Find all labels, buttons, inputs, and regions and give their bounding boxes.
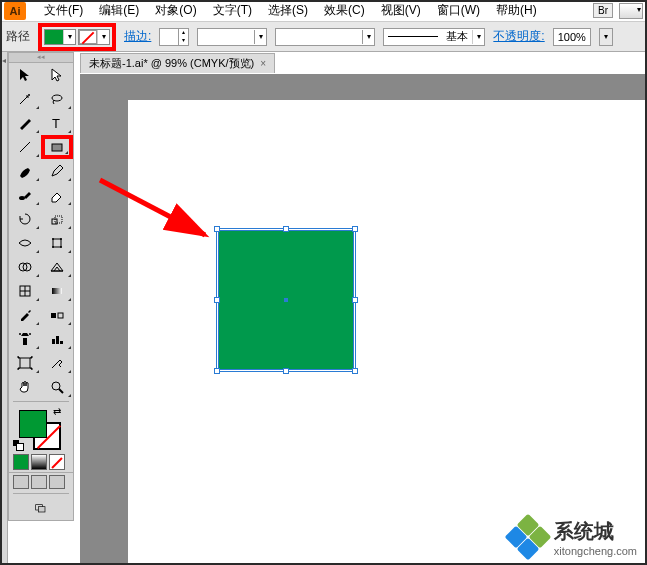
- close-tab-icon[interactable]: ×: [260, 58, 266, 69]
- opacity-input[interactable]: 100%: [553, 28, 591, 46]
- tools-panel: T ⇄: [8, 52, 74, 521]
- canvas-background[interactable]: [80, 74, 647, 565]
- stroke-color-button[interactable]: ▾: [78, 29, 110, 45]
- fill-stroke-controls-highlight: ▾ ▾: [38, 23, 116, 51]
- default-fill-stroke-icon[interactable]: [13, 440, 23, 450]
- fill-swatch-icon: [45, 30, 63, 44]
- screen-mode-full[interactable]: [49, 475, 65, 489]
- menu-view[interactable]: 视图(V): [373, 2, 429, 19]
- selection-center-icon: [284, 298, 288, 302]
- blob-brush-tool[interactable]: [9, 183, 41, 207]
- opacity-label[interactable]: 不透明度:: [493, 28, 544, 45]
- menu-object[interactable]: 对象(O): [147, 2, 204, 19]
- mesh-tool[interactable]: [9, 279, 41, 303]
- stroke-width-input[interactable]: ▴▾: [159, 28, 189, 46]
- symbol-sprayer-tool[interactable]: [9, 327, 41, 351]
- fill-color-button[interactable]: ▾: [44, 29, 76, 45]
- stroke-width-value: [160, 29, 178, 45]
- direct-selection-tool[interactable]: [41, 63, 73, 87]
- opacity-dropdown[interactable]: ▾: [599, 28, 613, 46]
- svg-rect-8: [53, 239, 61, 247]
- eyedropper-tool[interactable]: [9, 303, 41, 327]
- line-tool[interactable]: [9, 135, 41, 159]
- paintbrush-tool[interactable]: [9, 159, 41, 183]
- menu-file[interactable]: 文件(F): [36, 2, 91, 19]
- width-tool[interactable]: [9, 231, 41, 255]
- svg-rect-26: [60, 341, 63, 344]
- blend-tool[interactable]: [41, 303, 73, 327]
- resize-handle-top-right[interactable]: [352, 226, 358, 232]
- menu-text[interactable]: 文字(T): [205, 2, 260, 19]
- svg-rect-20: [58, 313, 63, 318]
- swap-fill-stroke-icon[interactable]: ⇄: [53, 406, 61, 417]
- resize-handle-bottom-center[interactable]: [283, 368, 289, 374]
- svg-point-23: [29, 333, 31, 335]
- panel-collapse-strip[interactable]: [0, 52, 8, 565]
- rectangle-tool[interactable]: [41, 135, 73, 159]
- color-mode-none[interactable]: [49, 454, 65, 470]
- menu-window[interactable]: 窗口(W): [429, 2, 488, 19]
- screen-mode-normal[interactable]: [13, 475, 29, 489]
- document-tab[interactable]: 未标题-1.ai* @ 99% (CMYK/预览) ×: [80, 53, 275, 73]
- brush-basic-label: 基本: [442, 29, 472, 44]
- menu-help[interactable]: 帮助(H): [488, 2, 545, 19]
- stroke-style-select[interactable]: ▾: [197, 28, 267, 46]
- workspace-switcher[interactable]: [619, 3, 643, 19]
- color-mode-solid[interactable]: [13, 454, 29, 470]
- tools-panel-grip[interactable]: [9, 53, 73, 63]
- resize-handle-bottom-left[interactable]: [214, 368, 220, 374]
- svg-point-12: [60, 246, 62, 248]
- column-graph-tool[interactable]: [41, 327, 73, 351]
- selection-tool[interactable]: [9, 63, 41, 87]
- screen-mode-full-menu[interactable]: [31, 475, 47, 489]
- annotation-arrow-icon: [95, 175, 225, 255]
- stroke-label[interactable]: 描边:: [124, 28, 151, 45]
- menu-edit[interactable]: 编辑(E): [91, 2, 147, 19]
- lasso-tool[interactable]: [41, 87, 73, 111]
- free-transform-tool[interactable]: [41, 231, 73, 255]
- gradient-tool[interactable]: [41, 279, 73, 303]
- watermark: 系统城 xitongcheng.com: [508, 517, 637, 557]
- resize-handle-middle-left[interactable]: [214, 297, 220, 303]
- rotate-tool[interactable]: [9, 207, 41, 231]
- svg-point-28: [52, 382, 60, 390]
- line-preview-icon: [388, 36, 438, 37]
- bridge-badge[interactable]: Br: [593, 3, 613, 18]
- spin-down-icon[interactable]: ▾: [178, 37, 188, 45]
- color-mode-row: [9, 452, 73, 472]
- perspective-grid-tool[interactable]: [41, 255, 73, 279]
- shape-builder-tool[interactable]: [9, 255, 41, 279]
- svg-point-5: [19, 196, 25, 200]
- color-mode-gradient[interactable]: [31, 454, 47, 470]
- eraser-tool[interactable]: [41, 183, 73, 207]
- svg-line-32: [100, 180, 205, 235]
- edit-toolbar-button[interactable]: [9, 496, 73, 520]
- resize-handle-bottom-right[interactable]: [352, 368, 358, 374]
- fill-stroke-indicator[interactable]: ⇄: [9, 404, 73, 452]
- fill-swatch-large[interactable]: [19, 410, 47, 438]
- brush-definition-select[interactable]: 基本 ▾: [383, 28, 485, 46]
- menu-select[interactable]: 选择(S): [260, 2, 316, 19]
- svg-point-22: [19, 333, 21, 335]
- artboard-tool[interactable]: [9, 351, 41, 375]
- hand-tool[interactable]: [9, 375, 41, 399]
- pencil-tool[interactable]: [41, 159, 73, 183]
- scale-tool[interactable]: [41, 207, 73, 231]
- slice-tool[interactable]: [41, 351, 73, 375]
- zoom-tool[interactable]: [41, 375, 73, 399]
- artboard[interactable]: [128, 100, 647, 565]
- pen-tool[interactable]: [9, 111, 41, 135]
- svg-point-10: [60, 238, 62, 240]
- svg-line-29: [59, 389, 63, 393]
- magic-wand-tool[interactable]: [9, 87, 41, 111]
- resize-handle-top-center[interactable]: [283, 226, 289, 232]
- spin-up-icon[interactable]: ▴: [178, 29, 188, 37]
- type-tool[interactable]: T: [41, 111, 73, 135]
- menu-effect[interactable]: 效果(C): [316, 2, 373, 19]
- resize-handle-middle-right[interactable]: [352, 297, 358, 303]
- variable-width-select[interactable]: ▾: [275, 28, 375, 46]
- menu-bar: Ai 文件(F) 编辑(E) 对象(O) 文字(T) 选择(S) 效果(C) 视…: [0, 0, 647, 22]
- svg-rect-27: [20, 358, 30, 368]
- svg-point-0: [28, 94, 30, 96]
- watermark-logo-icon: [508, 517, 548, 557]
